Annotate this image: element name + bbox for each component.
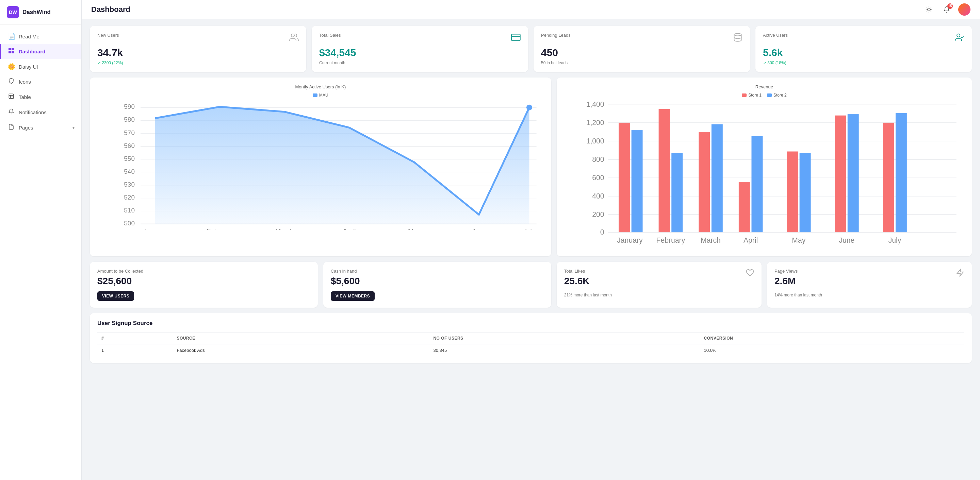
sidebar-item-pages[interactable]: Pages ▾: [0, 120, 81, 135]
svg-text:590: 590: [124, 103, 135, 110]
row-conversion: 10.0%: [700, 344, 964, 356]
svg-text:February: February: [656, 236, 685, 244]
svg-rect-77: [835, 116, 846, 232]
sidebar-item-icons[interactable]: Icons: [0, 74, 81, 89]
sidebar-nav: 📄 Read Me Dashboard 🌼 Daisy UI Icons Tab…: [0, 25, 81, 480]
svg-rect-2: [8, 51, 11, 53]
svg-rect-71: [698, 132, 710, 232]
legend-store2: Store 2: [767, 93, 787, 98]
svg-rect-79: [883, 123, 894, 232]
col-number: #: [97, 333, 172, 344]
svg-rect-75: [787, 152, 798, 233]
svg-text:540: 540: [124, 168, 135, 175]
signup-section-title: User Signup Source: [97, 320, 964, 327]
total-likes-card: Total Likes 25.6K 21% more than last mon…: [557, 262, 762, 308]
svg-text:530: 530: [124, 181, 135, 188]
daisy-ui-icon: 🌼: [8, 63, 14, 70]
view-users-button[interactable]: VIEW USERS: [97, 291, 134, 301]
svg-point-8: [928, 8, 930, 11]
row-users: 30,345: [429, 344, 700, 356]
svg-text:February: February: [207, 227, 233, 230]
svg-rect-1: [11, 48, 14, 50]
sidebar-item-label: Pages: [19, 125, 33, 130]
legend-store1: Store 1: [742, 93, 762, 98]
total-likes-sub: 21% more than last month: [564, 293, 754, 298]
svg-rect-3: [11, 51, 14, 53]
sidebar-item-label: Notifications: [19, 109, 47, 115]
svg-text:July: July: [524, 227, 535, 230]
cash-in-hand-card: Cash in hand $5,600 VIEW MEMBERS: [323, 262, 551, 308]
heart-icon: [746, 269, 754, 279]
svg-rect-80: [896, 113, 907, 233]
svg-rect-69: [659, 109, 670, 232]
cash-in-hand-value: $5,600: [331, 276, 544, 287]
mau-data-point-july: [527, 105, 532, 111]
sidebar-item-notifications[interactable]: Notifications: [0, 105, 81, 120]
col-users: NO OF USERS: [429, 333, 700, 344]
mau-chart-title: Montly Active Users (in K): [97, 84, 544, 89]
store1-legend-label: Store 1: [748, 93, 762, 98]
theme-toggle-button[interactable]: [923, 3, 935, 16]
topbar: Dashboard 15: [82, 0, 980, 19]
sidebar-item-daisy-ui[interactable]: 🌼 Daisy UI: [0, 59, 81, 74]
bolt-icon: [956, 269, 964, 279]
svg-text:800: 800: [592, 155, 604, 163]
active-users-label: Active Users: [763, 33, 788, 38]
new-users-value: 34.7k: [97, 47, 299, 59]
svg-text:May: May: [792, 236, 805, 244]
sidebar-item-table[interactable]: Table: [0, 89, 81, 105]
sidebar-item-label: Icons: [19, 79, 31, 85]
stat-card-total-sales: Total Sales $34,545 Current month: [312, 26, 528, 72]
svg-text:March: March: [701, 236, 721, 244]
store2-legend-label: Store 2: [773, 93, 787, 98]
svg-point-17: [291, 34, 294, 37]
svg-text:550: 550: [124, 155, 135, 162]
topbar-actions: 15: [923, 3, 970, 16]
sidebar: DW DashWind 📄 Read Me Dashboard 🌼 Daisy …: [0, 0, 82, 480]
notifications-icon: [8, 108, 14, 116]
sidebar-item-dashboard[interactable]: Dashboard: [0, 44, 81, 59]
total-sales-value: $34,545: [319, 47, 520, 59]
total-sales-label: Total Sales: [319, 33, 341, 38]
store2-legend-dot: [767, 93, 772, 97]
notifications-button[interactable]: 15: [940, 3, 953, 16]
svg-text:560: 560: [124, 142, 135, 149]
app-name: DashWind: [22, 9, 51, 16]
sidebar-item-read-me[interactable]: 📄 Read Me: [0, 29, 81, 44]
row-source: Facebook Ads: [172, 344, 429, 356]
svg-text:520: 520: [124, 194, 135, 201]
dashboard-icon: [8, 48, 14, 55]
view-members-button[interactable]: VIEW MEMBERS: [331, 291, 375, 301]
page-title: Dashboard: [91, 5, 130, 14]
svg-rect-0: [8, 48, 11, 50]
active-users-sub: ↗ 300 (18%): [763, 60, 964, 65]
user-avatar[interactable]: [958, 3, 970, 16]
pending-leads-value: 450: [541, 47, 743, 59]
svg-text:510: 510: [124, 207, 135, 214]
stat-card-pending-leads: Pending Leads 450 50 in hot leads: [533, 26, 750, 72]
icons-icon: [8, 78, 14, 86]
svg-rect-18: [511, 34, 520, 41]
mau-chart-legend: MAU: [97, 93, 544, 98]
cash-in-hand-label: Cash in hand: [331, 269, 544, 274]
active-users-icon: [955, 33, 964, 44]
total-likes-value: 25.6K: [564, 276, 590, 287]
sidebar-logo[interactable]: DW DashWind: [0, 0, 81, 25]
users-icon: [289, 33, 299, 44]
sidebar-item-label: Read Me: [19, 34, 40, 40]
sun-icon: [926, 6, 932, 13]
store1-legend-dot: [742, 93, 746, 97]
svg-text:600: 600: [592, 174, 604, 182]
revenue-chart-legend: Store 1 Store 2: [564, 93, 964, 98]
mau-legend-label: MAU: [319, 93, 328, 98]
svg-text:June: June: [839, 236, 854, 244]
amount-collected-value: $25,600: [97, 276, 310, 287]
svg-text:0: 0: [600, 228, 605, 236]
sidebar-item-label: Table: [19, 94, 31, 100]
amount-collected-label: Amount to be Collected: [97, 269, 310, 274]
table-row: 1 Facebook Ads 30,345 10.0%: [97, 344, 964, 356]
svg-rect-74: [751, 136, 762, 232]
svg-text:500: 500: [124, 220, 135, 227]
mau-chart-card: Montly Active Users (in K) MAU: [90, 78, 551, 256]
svg-text:1,400: 1,400: [586, 100, 604, 108]
